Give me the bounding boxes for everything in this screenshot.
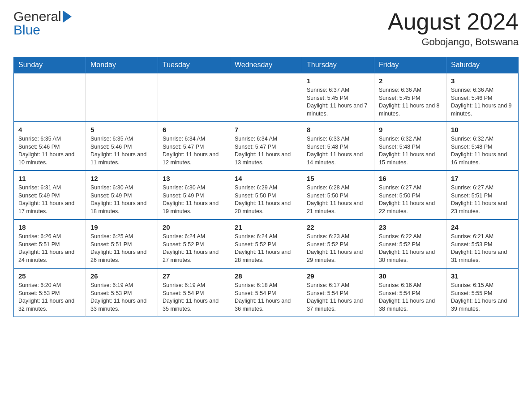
day-info: Sunrise: 6:31 AM Sunset: 5:49 PM Dayligh… (18, 184, 81, 215)
day-info: Sunrise: 6:21 AM Sunset: 5:53 PM Dayligh… (451, 233, 514, 264)
day-number: 16 (379, 175, 442, 182)
day-number: 29 (307, 272, 369, 280)
calendar-cell: 1Sunrise: 6:37 AM Sunset: 5:45 PM Daylig… (302, 73, 374, 122)
logo-general-text: General (13, 9, 61, 24)
day-number: 31 (451, 272, 514, 280)
day-number: 6 (163, 126, 225, 133)
day-number: 11 (18, 175, 81, 182)
day-number: 23 (379, 223, 442, 231)
day-info: Sunrise: 6:34 AM Sunset: 5:47 PM Dayligh… (163, 135, 225, 167)
location-subtitle: Gobojango, Botswana (388, 36, 519, 48)
day-number: 15 (307, 175, 369, 182)
logo-blue-text: Blue (13, 22, 72, 38)
day-info: Sunrise: 6:22 AM Sunset: 5:52 PM Dayligh… (379, 233, 442, 264)
calendar-cell: 31Sunrise: 6:15 AM Sunset: 5:55 PM Dayli… (446, 268, 519, 317)
day-info: Sunrise: 6:20 AM Sunset: 5:53 PM Dayligh… (18, 282, 81, 313)
day-info: Sunrise: 6:19 AM Sunset: 5:54 PM Dayligh… (163, 282, 225, 313)
day-number: 12 (90, 175, 153, 182)
calendar-cell: 4Sunrise: 6:35 AM Sunset: 5:46 PM Daylig… (14, 122, 86, 171)
header-cell-monday: Monday (86, 57, 158, 73)
day-number: 13 (163, 175, 225, 182)
calendar-cell: 11Sunrise: 6:31 AM Sunset: 5:49 PM Dayli… (14, 171, 86, 219)
day-number: 20 (163, 223, 225, 231)
day-info: Sunrise: 6:30 AM Sunset: 5:49 PM Dayligh… (90, 184, 153, 215)
calendar-cell: 18Sunrise: 6:26 AM Sunset: 5:51 PM Dayli… (14, 219, 86, 268)
day-number: 28 (235, 272, 297, 280)
header-cell-wednesday: Wednesday (230, 57, 302, 73)
day-info: Sunrise: 6:16 AM Sunset: 5:54 PM Dayligh… (379, 282, 442, 313)
calendar-cell: 22Sunrise: 6:23 AM Sunset: 5:52 PM Dayli… (302, 219, 374, 268)
header-row: SundayMondayTuesdayWednesdayThursdayFrid… (14, 57, 519, 73)
title-block: August 2024 Gobojango, Botswana (388, 9, 519, 48)
day-number: 19 (90, 223, 153, 231)
calendar-cell: 25Sunrise: 6:20 AM Sunset: 5:53 PM Dayli… (14, 268, 86, 317)
day-number: 2 (379, 77, 442, 85)
week-row-5: 25Sunrise: 6:20 AM Sunset: 5:53 PM Dayli… (14, 268, 519, 317)
calendar-cell: 27Sunrise: 6:19 AM Sunset: 5:54 PM Dayli… (158, 268, 230, 317)
calendar-cell: 12Sunrise: 6:30 AM Sunset: 5:49 PM Dayli… (86, 171, 158, 219)
header-cell-thursday: Thursday (302, 57, 374, 73)
logo-arrow-icon (63, 10, 72, 23)
day-number: 7 (235, 126, 297, 133)
day-info: Sunrise: 6:32 AM Sunset: 5:48 PM Dayligh… (379, 135, 442, 167)
day-info: Sunrise: 6:35 AM Sunset: 5:46 PM Dayligh… (18, 135, 81, 167)
day-number: 26 (90, 272, 153, 280)
calendar-cell: 14Sunrise: 6:29 AM Sunset: 5:50 PM Dayli… (230, 171, 302, 219)
calendar-cell: 6Sunrise: 6:34 AM Sunset: 5:47 PM Daylig… (158, 122, 230, 171)
calendar-cell (86, 73, 158, 122)
day-info: Sunrise: 6:34 AM Sunset: 5:47 PM Dayligh… (235, 135, 297, 167)
day-number: 1 (307, 77, 369, 85)
logo: General Blue (13, 9, 72, 38)
day-info: Sunrise: 6:25 AM Sunset: 5:51 PM Dayligh… (90, 233, 153, 264)
calendar-cell: 23Sunrise: 6:22 AM Sunset: 5:52 PM Dayli… (374, 219, 446, 268)
header-cell-saturday: Saturday (446, 57, 519, 73)
day-info: Sunrise: 6:23 AM Sunset: 5:52 PM Dayligh… (307, 233, 369, 264)
month-year-title: August 2024 (388, 9, 519, 34)
header-cell-sunday: Sunday (14, 57, 86, 73)
day-number: 21 (235, 223, 297, 231)
day-number: 27 (163, 272, 225, 280)
day-info: Sunrise: 6:32 AM Sunset: 5:48 PM Dayligh… (451, 135, 514, 167)
calendar-cell: 13Sunrise: 6:30 AM Sunset: 5:49 PM Dayli… (158, 171, 230, 219)
calendar-cell: 16Sunrise: 6:27 AM Sunset: 5:50 PM Dayli… (374, 171, 446, 219)
day-info: Sunrise: 6:24 AM Sunset: 5:52 PM Dayligh… (235, 233, 297, 264)
calendar-cell: 7Sunrise: 6:34 AM Sunset: 5:47 PM Daylig… (230, 122, 302, 171)
day-info: Sunrise: 6:26 AM Sunset: 5:51 PM Dayligh… (18, 233, 81, 264)
week-row-1: 1Sunrise: 6:37 AM Sunset: 5:45 PM Daylig… (14, 73, 519, 122)
calendar-cell: 26Sunrise: 6:19 AM Sunset: 5:53 PM Dayli… (86, 268, 158, 317)
calendar-cell: 5Sunrise: 6:35 AM Sunset: 5:46 PM Daylig… (86, 122, 158, 171)
page-header: General Blue August 2024 Gobojango, Bots… (13, 9, 519, 48)
day-info: Sunrise: 6:27 AM Sunset: 5:51 PM Dayligh… (451, 184, 514, 215)
calendar-cell: 10Sunrise: 6:32 AM Sunset: 5:48 PM Dayli… (446, 122, 519, 171)
day-info: Sunrise: 6:36 AM Sunset: 5:46 PM Dayligh… (451, 86, 514, 118)
header-cell-friday: Friday (374, 57, 446, 73)
calendar-cell: 21Sunrise: 6:24 AM Sunset: 5:52 PM Dayli… (230, 219, 302, 268)
day-number: 5 (90, 126, 153, 133)
calendar-cell: 15Sunrise: 6:28 AM Sunset: 5:50 PM Dayli… (302, 171, 374, 219)
day-info: Sunrise: 6:30 AM Sunset: 5:49 PM Dayligh… (163, 184, 225, 215)
calendar-cell: 9Sunrise: 6:32 AM Sunset: 5:48 PM Daylig… (374, 122, 446, 171)
calendar-cell: 3Sunrise: 6:36 AM Sunset: 5:46 PM Daylig… (446, 73, 519, 122)
calendar-cell (14, 73, 86, 122)
day-number: 22 (307, 223, 369, 231)
day-number: 30 (379, 272, 442, 280)
day-number: 17 (451, 175, 514, 182)
calendar-header: SundayMondayTuesdayWednesdayThursdayFrid… (14, 57, 519, 73)
calendar-table: SundayMondayTuesdayWednesdayThursdayFrid… (13, 57, 519, 317)
calendar-cell: 29Sunrise: 6:17 AM Sunset: 5:54 PM Dayli… (302, 268, 374, 317)
calendar-body: 1Sunrise: 6:37 AM Sunset: 5:45 PM Daylig… (14, 73, 519, 317)
week-row-2: 4Sunrise: 6:35 AM Sunset: 5:46 PM Daylig… (14, 122, 519, 171)
day-info: Sunrise: 6:28 AM Sunset: 5:50 PM Dayligh… (307, 184, 369, 215)
day-number: 8 (307, 126, 369, 133)
day-info: Sunrise: 6:37 AM Sunset: 5:45 PM Dayligh… (307, 86, 369, 118)
day-info: Sunrise: 6:19 AM Sunset: 5:53 PM Dayligh… (90, 282, 153, 313)
calendar-cell (158, 73, 230, 122)
day-number: 4 (18, 126, 81, 133)
calendar-cell: 20Sunrise: 6:24 AM Sunset: 5:52 PM Dayli… (158, 219, 230, 268)
day-info: Sunrise: 6:18 AM Sunset: 5:54 PM Dayligh… (235, 282, 297, 313)
day-info: Sunrise: 6:24 AM Sunset: 5:52 PM Dayligh… (163, 233, 225, 264)
calendar-cell: 17Sunrise: 6:27 AM Sunset: 5:51 PM Dayli… (446, 171, 519, 219)
calendar-cell: 2Sunrise: 6:36 AM Sunset: 5:45 PM Daylig… (374, 73, 446, 122)
day-info: Sunrise: 6:15 AM Sunset: 5:55 PM Dayligh… (451, 282, 514, 313)
day-number: 14 (235, 175, 297, 182)
